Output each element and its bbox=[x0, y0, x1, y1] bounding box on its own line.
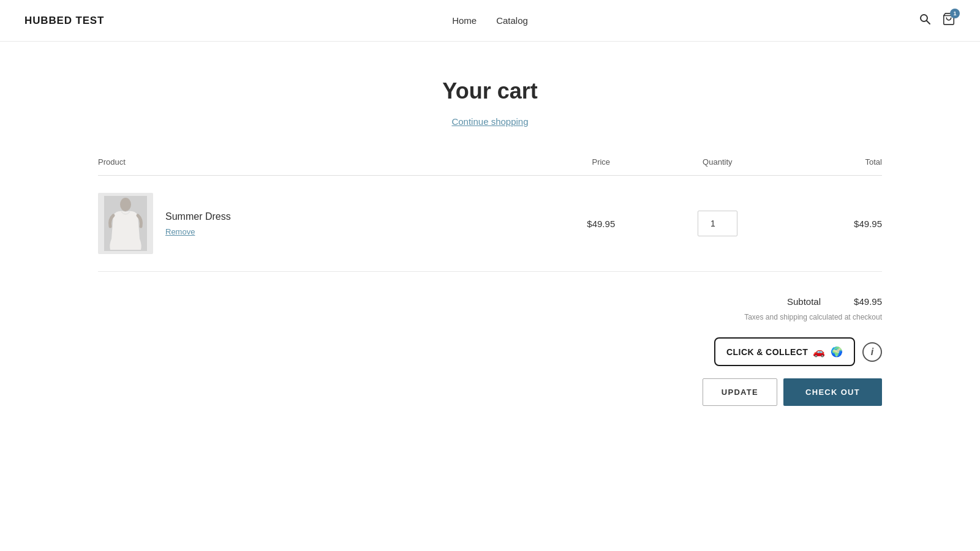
click-collect-button[interactable]: CLICK & COLLECT 🚗 🌍 bbox=[714, 337, 855, 366]
nav-home[interactable]: Home bbox=[452, 15, 477, 26]
subtotal-row: Subtotal $49.95 bbox=[787, 296, 882, 307]
cart-table: Product Price Quantity Total bbox=[98, 157, 882, 272]
subtotal-value: $49.95 bbox=[845, 296, 882, 307]
search-icon[interactable] bbox=[919, 13, 931, 28]
site-header: HUBBED TEST Home Catalog 1 bbox=[0, 0, 980, 42]
action-buttons: UPDATE CHECK OUT bbox=[703, 378, 882, 406]
subtotal-label: Subtotal bbox=[787, 296, 821, 307]
col-header-product: Product bbox=[98, 157, 553, 176]
info-icon[interactable]: i bbox=[862, 342, 882, 362]
nav-catalog[interactable]: Catalog bbox=[496, 15, 528, 26]
header-icons: 1 bbox=[919, 12, 956, 29]
continue-shopping-link[interactable]: Continue shopping bbox=[98, 116, 882, 127]
main-content: Your cart Continue shopping Product Pric… bbox=[61, 42, 919, 455]
cart-badge: 1 bbox=[950, 9, 960, 18]
site-logo: HUBBED TEST bbox=[24, 15, 104, 27]
remove-item-link[interactable]: Remove bbox=[165, 227, 231, 236]
product-total: $49.95 bbox=[786, 176, 882, 272]
click-collect-label: CLICK & COLLECT bbox=[726, 347, 808, 357]
product-cell: Summer Dress Remove bbox=[98, 176, 553, 272]
cart-icon[interactable]: 1 bbox=[942, 12, 956, 29]
checkout-button[interactable]: CHECK OUT bbox=[783, 378, 882, 406]
product-price: $49.95 bbox=[553, 176, 649, 272]
col-header-quantity: Quantity bbox=[649, 157, 786, 176]
table-header-row: Product Price Quantity Total bbox=[98, 157, 882, 176]
main-nav: Home Catalog bbox=[452, 15, 528, 26]
svg-point-4 bbox=[120, 198, 131, 211]
product-quantity-cell bbox=[649, 176, 786, 272]
col-header-price: Price bbox=[553, 157, 649, 176]
product-image bbox=[98, 193, 153, 254]
col-header-total: Total bbox=[786, 157, 882, 176]
product-info: Summer Dress Remove bbox=[165, 211, 231, 236]
tax-note: Taxes and shipping calculated at checkou… bbox=[744, 313, 882, 321]
click-collect-row: CLICK & COLLECT 🚗 🌍 i bbox=[714, 337, 882, 366]
truck-icon: 🚗 bbox=[813, 346, 825, 358]
earth-icon: 🌍 bbox=[831, 346, 843, 358]
product-name: Summer Dress bbox=[165, 211, 231, 222]
quantity-input[interactable] bbox=[698, 211, 737, 236]
page-title: Your cart bbox=[98, 78, 882, 104]
table-row: Summer Dress Remove $49.95 $49.95 bbox=[98, 176, 882, 272]
svg-line-1 bbox=[927, 21, 930, 24]
cart-footer: Subtotal $49.95 Taxes and shipping calcu… bbox=[98, 296, 882, 406]
update-button[interactable]: UPDATE bbox=[703, 378, 777, 406]
